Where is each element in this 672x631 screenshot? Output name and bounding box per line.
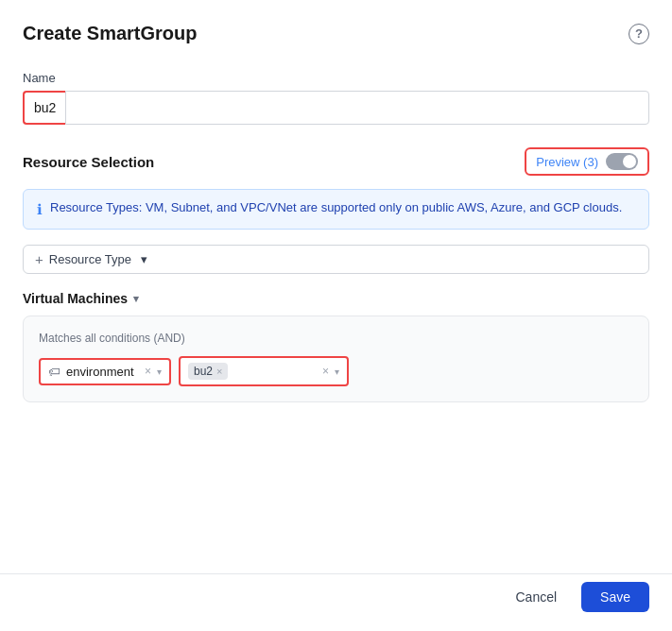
help-icon[interactable]: ?: [629, 24, 649, 44]
name-field-section: Name bu2: [23, 71, 649, 125]
info-banner: ℹ Resource Types: VM, Subnet, and VPC/VN…: [23, 189, 649, 230]
conditions-row: 🏷 environment × ▾ bu2 × × ▾: [39, 356, 633, 386]
name-input-container: bu2: [23, 91, 649, 125]
footer-actions: Cancel Save: [500, 582, 649, 612]
save-button[interactable]: Save: [581, 582, 649, 612]
toggle-knob: [623, 155, 636, 168]
name-input[interactable]: [65, 91, 649, 125]
vm-chevron-icon: ▾: [133, 293, 139, 305]
cancel-button[interactable]: Cancel: [500, 582, 572, 612]
value-caret-icon: ▾: [335, 367, 339, 377]
preview-label: Preview (3): [536, 155, 598, 169]
resource-selection-header: Resource Selection Preview (3): [23, 147, 649, 176]
preview-button[interactable]: Preview (3): [525, 147, 649, 176]
conditions-label: Matches all conditions (AND): [39, 332, 633, 345]
chevron-down-icon: ▾: [141, 252, 147, 266]
chip-value: bu2: [194, 365, 213, 378]
value-clear-button[interactable]: ×: [322, 365, 329, 378]
create-smartgroup-page: Create SmartGroup ? Name bu2 Resource Se…: [0, 0, 672, 631]
conditions-box: Matches all conditions (AND) 🏷 environme…: [23, 316, 649, 402]
tag-field-select[interactable]: 🏷 environment × ▾: [39, 358, 171, 385]
resource-type-button[interactable]: + Resource Type ▾: [23, 245, 649, 274]
name-label: Name: [23, 71, 649, 85]
resource-type-label: Resource Type: [49, 252, 131, 266]
tag-clear-button[interactable]: ×: [145, 365, 151, 378]
virtual-machines-section: Virtual Machines ▾ Matches all condition…: [23, 291, 649, 402]
vm-header[interactable]: Virtual Machines ▾: [23, 291, 649, 306]
info-banner-text: Resource Types: VM, Subnet, and VPC/VNet…: [50, 199, 622, 216]
resource-selection-title: Resource Selection: [23, 154, 154, 170]
footer-divider: [0, 573, 672, 574]
preview-toggle[interactable]: [606, 153, 638, 170]
tag-icon: 🏷: [48, 365, 60, 379]
info-icon: ℹ: [37, 199, 43, 219]
resource-selection-section: Resource Selection Preview (3) ℹ Resourc…: [23, 147, 649, 414]
page-header: Create SmartGroup ?: [23, 23, 649, 44]
plus-icon: +: [35, 251, 43, 267]
page-title: Create SmartGroup: [23, 23, 198, 44]
tag-caret-icon: ▾: [157, 367, 162, 377]
value-field-select[interactable]: bu2 × × ▾: [179, 356, 349, 386]
vm-label: Virtual Machines: [23, 291, 128, 306]
name-prefix-tag: bu2: [23, 91, 65, 125]
chip-remove-button[interactable]: ×: [216, 366, 222, 377]
tag-value: environment: [66, 365, 134, 379]
value-chip: bu2 ×: [188, 363, 228, 380]
